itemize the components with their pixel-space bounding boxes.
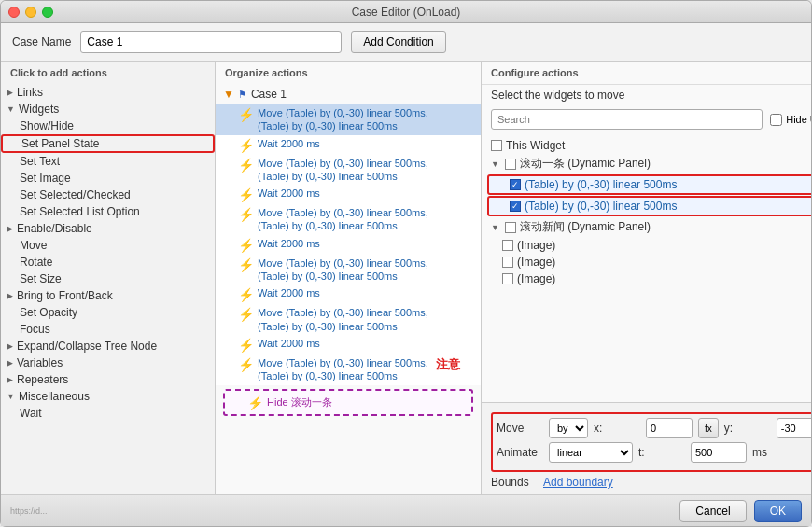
sidebar-item-set-opacity-label: Set Opacity — [20, 306, 77, 319]
right-panel: Configure actions Select the widgets to … — [482, 62, 811, 494]
cancel-button[interactable]: Cancel — [679, 500, 746, 522]
widget-image-3[interactable]: (Image) — [482, 270, 811, 287]
widget-image-1[interactable]: (Image) — [482, 237, 811, 254]
sidebar-item-bring[interactable]: ▶ Bring to Front/Back — [1, 287, 215, 304]
image-1-label: (Image) — [517, 239, 555, 252]
table-1-checkbox[interactable] — [510, 179, 521, 190]
lightning-icon: ⚡ — [238, 187, 254, 202]
action-row-9[interactable]: ⚡ Wait 2000 ms — [216, 335, 481, 354]
animate-select[interactable]: linear ease — [549, 442, 633, 463]
sidebar-item-set-selected-list[interactable]: Set Selected List Option — [1, 203, 215, 220]
sidebar-item-focus-label: Focus — [20, 323, 50, 336]
sidebar-item-enable-disable[interactable]: ▶ Enable/Disable — [1, 220, 215, 237]
this-widget-checkbox[interactable] — [491, 140, 502, 151]
action-text-2: Move (Table) by (0,-30) linear 500ms,(Ta… — [258, 157, 428, 184]
y-input[interactable] — [777, 418, 811, 438]
move-by-select[interactable]: by to — [549, 418, 588, 438]
main-content: Click to add actions ▶ Links ▼ Widgets S… — [1, 62, 811, 494]
table-2-checkbox[interactable] — [510, 201, 521, 212]
x-input[interactable] — [646, 418, 693, 438]
table-2-label: (Table) by (0,-30) linear 500ms — [525, 200, 677, 213]
action-row-4[interactable]: ⚡ Move (Table) by (0,-30) linear 500ms,(… — [216, 204, 481, 235]
sidebar-item-widgets[interactable]: ▼ Widgets — [1, 101, 215, 118]
add-boundary-link[interactable]: Add boundary — [543, 476, 613, 489]
case-arrow-icon: ▼ — [223, 88, 234, 101]
case-flag-icon: ⚑ — [238, 89, 247, 101]
sidebar-item-variables[interactable]: ▶ Variables — [1, 354, 215, 371]
action-text-7: Wait 2000 ms — [258, 286, 320, 299]
sidebar-item-variables-label: Variables — [17, 356, 63, 369]
lightning-icon: ⚡ — [238, 338, 254, 353]
sidebar-item-miscellaneous-label: Miscellaneous — [19, 390, 90, 403]
image-1-checkbox[interactable] — [502, 240, 513, 251]
action-text-10: Move (Table) by (0,-30) linear 500ms,(Ta… — [258, 356, 428, 383]
sidebar-item-show-hide[interactable]: Show/Hide — [1, 118, 215, 134]
sidebar-item-expand-collapse[interactable]: ▶ Expand/Collapse Tree Node — [1, 338, 215, 354]
action-row-3[interactable]: ⚡ Wait 2000 ms — [216, 185, 481, 204]
image-2-checkbox[interactable] — [502, 257, 513, 268]
image-3-checkbox[interactable] — [502, 273, 513, 284]
bounds-label: Bounds — [491, 476, 538, 489]
widget-dynamic-panel-2[interactable]: ▼ 滚动新闻 (Dynamic Panel) — [482, 217, 811, 237]
close-button[interactable] — [8, 7, 20, 18]
dynamic-panel-2-checkbox[interactable] — [505, 222, 516, 233]
hide-action-row[interactable]: ⚡ Hide 滚动一条 — [223, 389, 473, 416]
t-input[interactable] — [691, 442, 747, 463]
action-row-5[interactable]: ⚡ Wait 2000 ms — [216, 235, 481, 255]
sidebar-item-move[interactable]: Move — [1, 237, 215, 254]
ok-button[interactable]: OK — [754, 500, 802, 522]
lightning-icon: ⚡ — [238, 138, 254, 153]
action-row-6[interactable]: ⚡ Move (Table) by (0,-30) linear 500ms,(… — [216, 255, 481, 285]
x-fx-button[interactable]: fx — [698, 418, 719, 438]
widget-dynamic-panel-1[interactable]: ▼ 滚动一条 (Dynamic Panel) — [482, 154, 811, 173]
lightning-icon: ⚡ — [238, 207, 254, 222]
sidebar-item-wait[interactable]: Wait — [1, 405, 215, 422]
widget-table-1[interactable]: (Table) by (0,-30) linear 500ms — [487, 174, 811, 195]
sidebar-item-rotate-label: Rotate — [20, 256, 52, 269]
sidebar-item-rotate[interactable]: Rotate — [1, 254, 215, 270]
widget-this[interactable]: This Widget — [482, 137, 811, 154]
action-row-7[interactable]: ⚡ Wait 2000 ms — [216, 284, 481, 304]
action-row-0[interactable]: ⚡ Move (Table) by (0,-30) linear 500ms,(… — [216, 104, 481, 135]
sidebar-item-set-selected-checked[interactable]: Set Selected/Checked — [1, 187, 215, 203]
arrow-icon: ▼ — [7, 104, 15, 114]
sidebar-item-set-image[interactable]: Set Image — [1, 170, 215, 187]
maximize-button[interactable] — [42, 7, 53, 18]
sidebar-item-repeaters-label: Repeaters — [17, 373, 68, 386]
action-text-1: Wait 2000 ms — [258, 137, 320, 150]
sidebar-item-set-panel-state[interactable]: Set Panel State — [1, 134, 215, 153]
action-row-1[interactable]: ⚡ Wait 2000 ms — [216, 135, 481, 155]
sidebar-item-repeaters[interactable]: ▶ Repeaters — [1, 371, 215, 388]
move-label: Move — [497, 422, 543, 435]
titlebar: Case Editor (OnLoad) — [1, 1, 811, 23]
arrow-icon: ▶ — [7, 224, 13, 233]
arrow-icon: ▶ — [7, 375, 13, 384]
arrow-icon: ▶ — [7, 358, 13, 368]
widget-table-2[interactable]: (Table) by (0,-30) linear 500ms — [487, 196, 811, 216]
action-text-9: Wait 2000 ms — [258, 337, 320, 350]
case-item-header[interactable]: ▼ ⚑ Case 1 — [216, 84, 481, 104]
action-row-10[interactable]: ⚡ Move (Table) by (0,-30) linear 500ms,(… — [216, 354, 481, 385]
sidebar-item-set-size[interactable]: Set Size — [1, 270, 215, 287]
sidebar-item-set-text[interactable]: Set Text — [1, 153, 215, 170]
sidebar-item-focus[interactable]: Focus — [1, 321, 215, 338]
add-condition-button[interactable]: Add Condition — [351, 31, 445, 53]
sidebar-item-links[interactable]: ▶ Links — [1, 84, 215, 101]
sidebar-item-move-label: Move — [20, 239, 47, 252]
dynamic-panel-1-checkbox[interactable] — [505, 159, 516, 170]
widget-image-2[interactable]: (Image) — [482, 254, 811, 270]
sidebar-item-set-selected-checked-label: Set Selected/Checked — [20, 188, 131, 201]
case-name-input[interactable] — [80, 31, 342, 53]
lightning-icon: ⚡ — [238, 257, 254, 272]
action-row-2[interactable]: ⚡ Move (Table) by (0,-30) linear 500ms,(… — [216, 155, 481, 186]
middle-panel: Organize actions ▼ ⚑ Case 1 ⚡ Move (Tabl… — [216, 62, 482, 494]
search-input[interactable] — [491, 109, 763, 130]
action-text-8: Move (Table) by (0,-30) linear 500ms,(Ta… — [258, 306, 428, 333]
sidebar-item-bring-label: Bring to Front/Back — [17, 289, 113, 302]
hide-unnamed-checkbox[interactable] — [770, 114, 782, 126]
config-bottom: Move by to x: fx y: fx Animate — [482, 402, 811, 494]
sidebar-item-miscellaneous[interactable]: ▼ Miscellaneous — [1, 388, 215, 405]
sidebar-item-set-opacity[interactable]: Set Opacity — [1, 304, 215, 321]
minimize-button[interactable] — [25, 7, 36, 18]
action-row-8[interactable]: ⚡ Move (Table) by (0,-30) linear 500ms,(… — [216, 304, 481, 335]
